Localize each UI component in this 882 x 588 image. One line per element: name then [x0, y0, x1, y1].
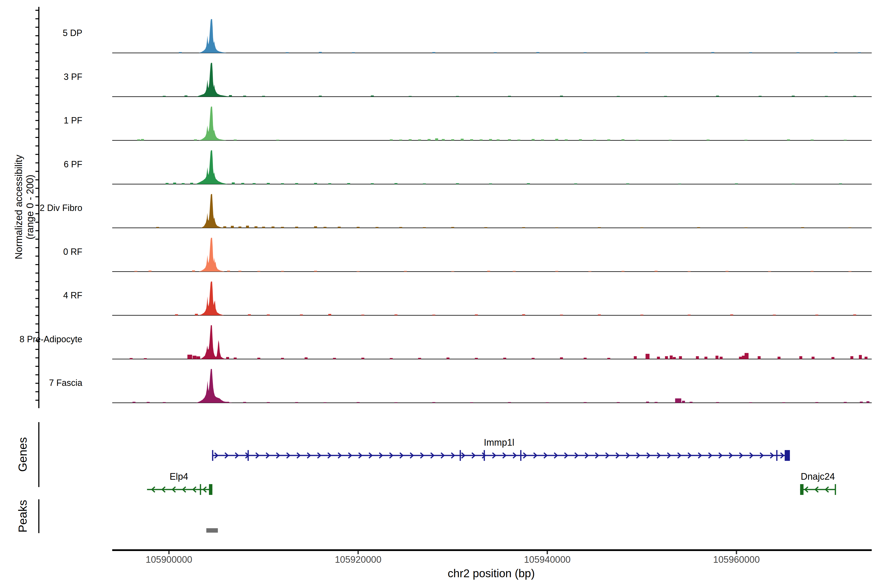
track-noise-5-dp	[749, 52, 752, 53]
track-noise-1-pf	[451, 139, 454, 140]
track-noise-3-pf	[854, 96, 856, 97]
track-noise-3-pf	[759, 96, 762, 97]
track-noise-8-pre-adipocyte	[670, 356, 673, 359]
x-axis-title: chr2 position (bp)	[381, 567, 602, 580]
track-noise-7-fascia	[867, 401, 870, 403]
track-noise-5-dp	[536, 52, 539, 53]
track-noise-3-pf	[409, 96, 412, 97]
track-noise-4-rf	[688, 315, 691, 315]
track-signal-2-div-fibro	[201, 194, 223, 228]
track-signal-7-fascia	[196, 369, 232, 403]
track-noise-8-pre-adipocyte	[665, 356, 668, 359]
track-signal-3-pf	[196, 63, 230, 97]
track-noise-2-div-fibro	[324, 227, 327, 228]
track-noise-7-fascia	[267, 402, 270, 403]
track-noise-7-fascia	[163, 402, 166, 403]
track-noise-2-div-fibro	[697, 227, 700, 228]
track-label-7-fascia: 7 Fascia	[0, 378, 82, 388]
track-noise-6-pf	[527, 183, 530, 184]
track-noise-1-pf	[636, 140, 639, 140]
track-signal-6-pf	[195, 150, 228, 184]
track-noise-6-pf	[173, 183, 176, 184]
track-noise-8-pre-adipocyte	[634, 356, 637, 359]
track-noise-3-pf	[262, 96, 265, 97]
track-noise-3-pf	[371, 96, 374, 97]
track-signal-4-rf	[199, 282, 224, 315]
track-noise-7-fascia	[844, 402, 847, 403]
track-noise-0-rf	[281, 271, 284, 272]
track-noise-4-rf	[560, 315, 563, 315]
peaks-section-label: Peaks	[16, 500, 29, 532]
track-noise-6-pf	[190, 183, 193, 184]
track-noise-1-pf	[579, 139, 582, 140]
track-noise-1-pf	[141, 139, 144, 141]
track-noise-8-pre-adipocyte	[850, 356, 854, 359]
track-noise-5-dp	[352, 52, 355, 53]
track-noise-6-pf	[242, 183, 244, 184]
track-noise-4-rf	[175, 314, 178, 315]
track-noise-2-div-fibro	[848, 227, 851, 228]
track-noise-8-pre-adipocyte	[193, 356, 196, 359]
track-noise-4-rf	[640, 315, 644, 315]
track-noise-4-rf	[248, 314, 251, 315]
track-label-6-pf: 6 PF	[0, 159, 82, 170]
track-noise-8-pre-adipocyte	[226, 357, 229, 359]
track-noise-8-pre-adipocyte	[503, 358, 506, 359]
track-noise-7-fascia	[132, 402, 135, 403]
track-noise-7-fascia	[584, 402, 586, 403]
track-noise-8-pre-adipocyte	[234, 357, 237, 359]
track-noise-4-rf	[328, 314, 331, 315]
track-noise-0-rf	[555, 271, 558, 272]
track-noise-4-rf	[300, 315, 303, 315]
track-noise-2-div-fibro	[223, 226, 226, 228]
track-noise-0-rf	[588, 271, 591, 272]
track-noise-8-pre-adipocyte	[646, 354, 650, 359]
track-noise-2-div-fibro	[801, 227, 804, 228]
track-noise-7-fascia	[546, 402, 549, 403]
track-label-4-rf: 4 RF	[0, 290, 82, 301]
track-noise-1-pf	[234, 140, 237, 141]
track-noise-1-pf	[390, 140, 393, 140]
track-noise-8-pre-adipocyte	[304, 357, 308, 359]
track-noise-5-dp	[711, 52, 714, 53]
track-noise-1-pf	[435, 138, 438, 140]
track-noise-6-pf	[328, 183, 331, 184]
track-noise-2-div-fibro	[255, 226, 258, 228]
track-noise-3-pf	[508, 96, 511, 97]
track-noise-4-rf	[267, 315, 270, 315]
track-noise-8-pre-adipocyte	[812, 357, 814, 359]
track-noise-0-rf	[688, 271, 691, 272]
track-noise-8-pre-adipocyte	[333, 358, 336, 359]
track-noise-7-fascia	[243, 402, 246, 403]
track-noise-3-pf	[163, 96, 166, 97]
track-noise-8-pre-adipocyte	[696, 356, 699, 359]
genome-tracks-canvas	[0, 0, 882, 588]
track-label-0-rf: 0 RF	[0, 247, 82, 257]
track-noise-5-dp	[319, 52, 322, 53]
track-noise-8-pre-adipocyte	[679, 356, 682, 359]
track-noise-6-pf	[347, 183, 350, 184]
track-noise-7-fascia	[295, 402, 298, 403]
track-noise-1-pf	[508, 139, 511, 140]
track-noise-0-rf	[192, 270, 195, 272]
gene-exon-box-Elp4	[209, 484, 212, 495]
track-noise-1-pf	[608, 140, 610, 140]
track-noise-2-div-fibro	[262, 226, 265, 228]
track-noise-4-rf	[475, 315, 478, 315]
track-noise-1-pf	[622, 139, 624, 140]
track-noise-0-rf	[357, 271, 360, 272]
track-noise-7-fascia	[815, 402, 818, 403]
track-noise-8-pre-adipocyte	[865, 357, 867, 359]
track-noise-7-fascia	[432, 402, 435, 403]
track-noise-4-rf	[522, 314, 525, 315]
track-noise-6-pf	[371, 183, 374, 184]
track-noise-6-pf	[166, 183, 168, 184]
track-noise-7-fascia	[147, 402, 150, 403]
track-noise-0-rf	[227, 270, 230, 272]
track-noise-1-pf	[518, 140, 520, 141]
track-noise-1-pf	[706, 140, 710, 141]
track-noise-3-pf	[560, 96, 563, 96]
x-axis-tick-label: 105900000	[130, 554, 208, 565]
track-noise-5-dp	[834, 52, 837, 53]
track-noise-8-pre-adipocyte	[144, 358, 147, 359]
